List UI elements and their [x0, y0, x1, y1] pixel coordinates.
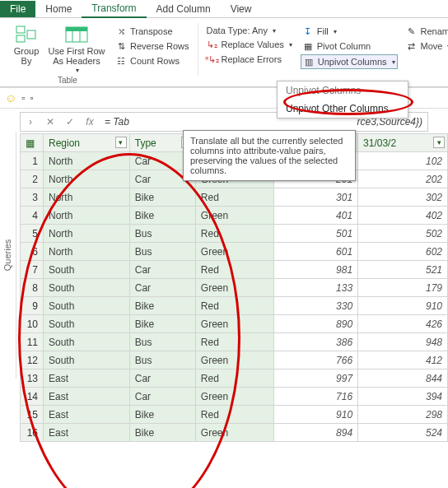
tab-add-column[interactable]: Add Column [147, 1, 221, 17]
cell[interactable]: Red [195, 225, 273, 243]
table-row[interactable]: 5NorthBusRed501502 [21, 225, 448, 243]
move-button[interactable]: ⇄Move▾ [404, 40, 448, 53]
cell[interactable]: 394 [358, 388, 448, 406]
table-row[interactable]: 6NorthBusGreen601602 [21, 243, 448, 261]
cell[interactable]: South [44, 351, 130, 369]
table-row[interactable]: 15EastBikeRed910298 [21, 406, 448, 424]
cell[interactable]: Bike [129, 315, 195, 333]
table-row[interactable]: 4NorthBikeGreen401402 [21, 207, 448, 225]
cell[interactable]: 12 [21, 351, 44, 369]
column-header[interactable]: 31/03/2▾ [358, 134, 448, 152]
cell[interactable]: Green [195, 243, 273, 261]
cell[interactable]: Bike [129, 424, 195, 442]
cell[interactable]: Bus [129, 333, 195, 351]
cell[interactable]: 4 [21, 207, 44, 225]
queries-panel-collapsed[interactable]: Queries [0, 132, 16, 379]
cell[interactable]: South [44, 333, 130, 351]
fx-icon[interactable]: fx [80, 116, 100, 128]
menu-unpivot-other-columns[interactable]: Unpivot Other Columns [278, 100, 408, 118]
cell[interactable]: East [44, 388, 130, 406]
cell[interactable]: 133 [274, 279, 358, 297]
filter-dropdown-icon[interactable]: ▾ [115, 137, 127, 148]
cell[interactable]: 11 [21, 333, 44, 351]
cell[interactable]: Red [195, 297, 273, 315]
cell[interactable]: 13 [21, 369, 44, 388]
table-row[interactable]: 7SouthCarRed981521 [21, 261, 448, 279]
cell[interactable]: Green [195, 315, 273, 333]
cell[interactable]: South [44, 261, 130, 279]
cell[interactable]: 502 [358, 225, 448, 243]
cell[interactable]: Red [195, 261, 273, 279]
cell[interactable]: 15 [21, 406, 44, 424]
cell[interactable]: Bus [129, 243, 195, 261]
tab-view[interactable]: View [221, 1, 262, 17]
cell[interactable]: South [44, 315, 130, 333]
cell[interactable]: Bike [129, 297, 195, 315]
cell[interactable]: Bus [129, 351, 195, 369]
cell[interactable]: 10 [21, 315, 44, 333]
column-header[interactable]: Region▾ [44, 134, 130, 152]
cell[interactable]: North [44, 152, 130, 170]
cell[interactable]: Green [195, 207, 273, 225]
table-row[interactable]: 13EastCarRed997844 [21, 369, 448, 388]
cell[interactable]: 910 [358, 297, 448, 315]
cell[interactable]: South [44, 279, 130, 297]
cell[interactable]: Car [129, 279, 195, 297]
cell[interactable]: 5 [21, 225, 44, 243]
data-type-button[interactable]: Data Type: Any▾ [205, 25, 294, 36]
replace-errors-button[interactable]: ᵃ↳₂Replace Errors [205, 53, 294, 66]
cell[interactable]: North [44, 225, 130, 243]
cell[interactable]: 716 [274, 388, 358, 406]
cell[interactable]: Red [195, 369, 273, 388]
cell[interactable]: 766 [274, 351, 358, 369]
cell[interactable]: South [44, 297, 130, 315]
cell[interactable]: 602 [358, 243, 448, 261]
cell[interactable]: East [44, 369, 130, 388]
table-row[interactable]: 12SouthBusGreen766412 [21, 351, 448, 369]
cell[interactable]: Green [195, 424, 273, 442]
count-rows-button[interactable]: ☷Count Rows [114, 54, 191, 67]
cell[interactable]: Car [129, 369, 195, 388]
cell[interactable]: 386 [274, 333, 358, 351]
cell[interactable]: 844 [358, 369, 448, 388]
table-row[interactable]: 3NorthBikeRed301302 [21, 188, 448, 207]
cell[interactable]: 14 [21, 388, 44, 406]
cell[interactable]: Red [195, 333, 273, 351]
cell[interactable]: 3 [21, 188, 44, 207]
menu-unpivot-columns[interactable]: Unpivot Columns [278, 81, 408, 100]
cell[interactable]: 2 [21, 170, 44, 188]
cell[interactable]: 426 [358, 315, 448, 333]
cell[interactable]: 298 [358, 406, 448, 424]
replace-values-button[interactable]: ↳₂Replace Values▾ [205, 38, 294, 51]
cell[interactable]: 302 [358, 188, 448, 207]
cell[interactable]: North [44, 170, 130, 188]
unpivot-columns-button[interactable]: ▥Unpivot Columns▾ [301, 54, 398, 69]
cell[interactable]: 521 [358, 261, 448, 279]
group-by-button[interactable]: Group By [8, 23, 44, 76]
table-row[interactable]: 16EastBikeGreen894524 [21, 424, 448, 442]
cell[interactable]: 402 [358, 207, 448, 225]
fill-button[interactable]: ↧Fill▾ [301, 25, 398, 38]
cell[interactable]: 524 [358, 424, 448, 442]
cell[interactable]: Green [195, 388, 273, 406]
cell[interactable]: 8 [21, 279, 44, 297]
cell[interactable]: North [44, 243, 130, 261]
cell[interactable]: 981 [274, 261, 358, 279]
cell[interactable]: North [44, 207, 130, 225]
tab-file[interactable]: File [0, 1, 35, 17]
cancel-icon[interactable]: ✕ [40, 116, 60, 128]
cell[interactable]: Red [195, 406, 273, 424]
tab-home[interactable]: Home [35, 1, 82, 17]
table-row[interactable]: 14EastCarGreen716394 [21, 388, 448, 406]
cell[interactable]: 16 [21, 424, 44, 442]
cell[interactable]: Car [129, 261, 195, 279]
cell[interactable]: 330 [274, 297, 358, 315]
expand-panel-icon[interactable]: › [21, 116, 40, 128]
cell[interactable]: 910 [274, 406, 358, 424]
table-row[interactable]: 9SouthBikeRed330910 [21, 297, 448, 315]
cell[interactable]: 102 [358, 152, 448, 170]
cell[interactable]: Car [129, 388, 195, 406]
column-header[interactable]: ▦ [21, 134, 44, 152]
cell[interactable]: Green [195, 279, 273, 297]
cell[interactable]: East [44, 424, 130, 442]
